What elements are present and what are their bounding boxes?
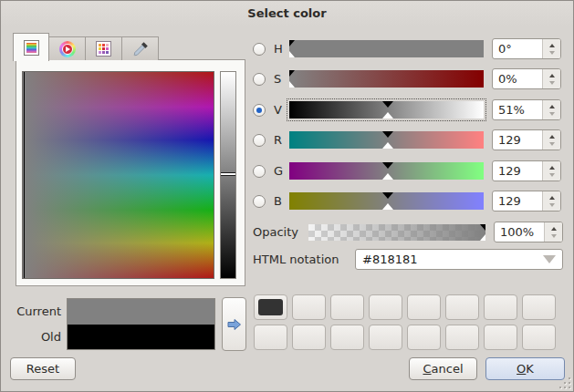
palette-swatch[interactable] <box>292 294 326 320</box>
blue-label: B <box>274 194 289 208</box>
tab-eyedropper[interactable] <box>122 36 159 60</box>
value-value: 51% <box>493 100 542 119</box>
old-color-swatch <box>68 325 214 350</box>
green-value: 129 <box>493 161 542 181</box>
green-spinbox[interactable]: 129 <box>492 160 561 181</box>
blue-radio[interactable] <box>253 195 266 208</box>
opacity-label: Opacity <box>253 225 308 239</box>
channel-row-value: V 51% <box>253 99 563 120</box>
green-label: G <box>274 164 289 178</box>
color-compare-area <box>67 298 215 350</box>
spin-up-icon[interactable] <box>549 135 555 139</box>
square-picker-page <box>16 59 245 286</box>
palette-swatch[interactable] <box>407 325 441 350</box>
palette-swatch[interactable] <box>484 294 517 320</box>
square-cursor <box>24 72 25 278</box>
palette-swatch[interactable] <box>522 294 556 320</box>
spin-up-icon[interactable] <box>549 166 555 170</box>
channel-row-red: R 129 <box>253 129 563 150</box>
value-slider[interactable] <box>289 101 484 119</box>
spin-down-icon[interactable] <box>549 112 555 116</box>
channel-row-saturation: S 0% <box>253 68 563 89</box>
palette-swatch[interactable] <box>407 294 441 320</box>
color-wheel-icon <box>59 41 76 57</box>
palette-swatch[interactable] <box>484 325 517 350</box>
tab-wheel-picker[interactable] <box>49 36 86 60</box>
blue-slider[interactable] <box>289 192 484 210</box>
palette-swatch[interactable] <box>522 325 556 350</box>
spin-up-icon[interactable] <box>551 227 557 231</box>
spin-down-icon[interactable] <box>549 142 555 146</box>
palette-swatch[interactable] <box>445 294 479 320</box>
blue-spinbox[interactable]: 129 <box>492 191 561 211</box>
channel-row-green: G 129 <box>253 160 563 181</box>
html-notation-entry[interactable] <box>355 249 563 270</box>
spin-up-icon[interactable] <box>549 74 555 77</box>
palette-swatch[interactable] <box>254 325 287 350</box>
channel-row-hue: H 0° <box>253 38 563 59</box>
saturation-radio[interactable] <box>253 73 266 86</box>
hue-saturation-square[interactable] <box>22 71 214 279</box>
palette-swatch[interactable] <box>254 294 287 320</box>
opacity-slider[interactable] <box>308 224 485 241</box>
spin-up-icon[interactable] <box>549 105 555 108</box>
reset-button-label: Reset <box>26 362 59 376</box>
spin-up-icon[interactable] <box>549 44 555 47</box>
green-radio[interactable] <box>253 165 266 178</box>
resize-grip[interactable] <box>558 377 570 388</box>
spin-down-icon[interactable] <box>549 81 555 85</box>
swatch-labels: Current Old <box>8 298 61 350</box>
palette-swatch[interactable] <box>369 325 402 350</box>
value-radio[interactable] <box>253 104 266 117</box>
reset-button[interactable]: Reset <box>10 357 76 380</box>
hue-radio[interactable] <box>253 43 266 56</box>
select-color-dialog: Select color H 0° <box>0 0 574 392</box>
saturation-value: 0% <box>493 69 542 88</box>
hue-slider[interactable] <box>289 40 484 57</box>
blue-value: 129 <box>493 191 542 211</box>
html-notation-label: HTML notation <box>253 253 355 266</box>
opacity-row: Opacity 100% <box>253 222 563 242</box>
opacity-spinbox[interactable]: 100% <box>494 222 563 242</box>
spin-down-icon[interactable] <box>549 173 555 177</box>
current-color-swatch <box>68 299 214 325</box>
spin-down-icon[interactable] <box>551 234 557 238</box>
add-to-palette-button[interactable] <box>222 297 246 351</box>
value-spinbox[interactable]: 51% <box>492 99 561 120</box>
palette-swatch[interactable] <box>330 294 364 320</box>
html-notation-input[interactable] <box>356 253 543 266</box>
palette-swatch[interactable] <box>445 325 479 350</box>
palette-color-chip <box>258 299 283 315</box>
red-value: 129 <box>493 130 542 150</box>
spin-up-icon[interactable] <box>549 196 555 200</box>
tab-square-picker[interactable] <box>13 33 49 61</box>
spin-down-icon[interactable] <box>549 203 555 207</box>
palette-swatch[interactable] <box>292 325 326 350</box>
red-radio[interactable] <box>253 134 266 147</box>
ok-button[interactable]: OK <box>485 357 565 380</box>
spin-down-icon[interactable] <box>549 51 555 55</box>
saturation-label: S <box>274 72 289 86</box>
current-label: Current <box>8 298 61 325</box>
dropdown-arrow-icon[interactable] <box>543 255 556 263</box>
palette-swatch[interactable] <box>369 294 402 320</box>
saturation-spinbox[interactable]: 0% <box>492 68 561 89</box>
hue-spinbox[interactable]: 0° <box>492 38 561 59</box>
palette-swatch[interactable] <box>330 325 364 350</box>
value-label: V <box>274 103 289 117</box>
gradient-square-icon <box>24 40 39 56</box>
picker-tabs <box>13 32 159 60</box>
old-label: Old <box>8 325 61 351</box>
green-slider[interactable] <box>289 162 484 180</box>
saturation-slider[interactable] <box>289 70 484 88</box>
channel-row-blue: B 129 <box>253 191 563 211</box>
red-spinbox[interactable]: 129 <box>492 129 561 150</box>
hue-label: H <box>274 42 289 56</box>
value-slider-vertical[interactable] <box>220 71 236 279</box>
red-slider[interactable] <box>289 131 484 149</box>
cancel-button-label: ancel <box>432 362 464 376</box>
palette-icon <box>96 41 111 57</box>
tab-palette-picker[interactable] <box>86 36 122 60</box>
palette-grid <box>254 294 560 350</box>
cancel-button[interactable]: Cancel <box>409 357 477 380</box>
